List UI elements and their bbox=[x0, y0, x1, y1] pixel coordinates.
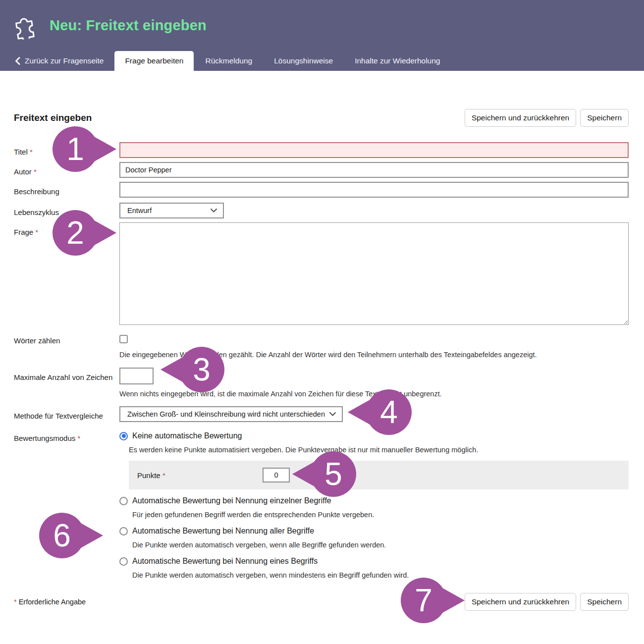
tab-inhalte-zur-wiederholung[interactable]: Inhalte zur Wiederholung bbox=[344, 51, 450, 71]
woerter-zaehlen-label: Wörter zählen bbox=[14, 331, 119, 360]
tab-bar: Zurück zur Fragenseite Frage bearbeiten … bbox=[0, 51, 644, 71]
woerter-zaehlen-help: Die eingegebenen Wörter werden gezählt. … bbox=[119, 350, 629, 360]
bewertungsmodus-label: Bewertungsmodus * bbox=[14, 431, 119, 580]
titel-input[interactable] bbox=[119, 142, 629, 158]
option-help: Es werden keine Punkte automatisiert ver… bbox=[129, 445, 629, 455]
woerter-zaehlen-checkbox[interactable] bbox=[119, 335, 128, 343]
option-help: Für jeden gefundenen Begriff werden die … bbox=[132, 510, 629, 520]
required-asterisk: * bbox=[34, 167, 37, 176]
app-header: Neu: Freitext eingeben bbox=[0, 0, 644, 51]
radio-option-nennung-einzelner-begriffe[interactable]: Automatische Bewertung bei Nennung einze… bbox=[119, 496, 629, 505]
methode-label: Methode für Textvergleiche bbox=[14, 406, 119, 422]
chevron-down-icon bbox=[211, 209, 217, 213]
required-asterisk: * bbox=[77, 434, 80, 442]
max-zeichen-label: Maximale Anzahl von Zeichen bbox=[14, 368, 119, 399]
save-and-return-button-bottom[interactable]: Speichern und zurückkehren bbox=[465, 593, 576, 611]
autor-input[interactable] bbox=[119, 162, 629, 178]
lebenszyklus-select[interactable]: Entwurf bbox=[119, 203, 224, 218]
radio-icon[interactable] bbox=[119, 557, 128, 566]
lebenszyklus-label: Lebenszyklus bbox=[14, 203, 119, 218]
beschreibung-label: Beschreibung bbox=[14, 182, 119, 198]
punkte-input[interactable] bbox=[263, 468, 290, 483]
chevron-down-icon bbox=[329, 412, 336, 416]
methode-select[interactable]: Zwischen Groß- und Kleinschreibung wird … bbox=[119, 406, 343, 422]
puzzle-piece-icon bbox=[11, 12, 39, 40]
save-button-bottom[interactable]: Speichern bbox=[580, 593, 629, 611]
back-link-label: Zurück zur Fragenseite bbox=[25, 56, 104, 65]
save-and-return-button-top[interactable]: Speichern und zurückkehren bbox=[465, 109, 576, 127]
required-note: * Erforderliche Angabe bbox=[14, 593, 86, 606]
frage-textarea[interactable] bbox=[119, 222, 629, 325]
back-to-question-page-link[interactable]: Zurück zur Fragenseite bbox=[0, 51, 114, 71]
radio-icon-selected[interactable] bbox=[119, 432, 128, 440]
methode-selected-value: Zwischen Groß- und Kleinschreibung wird … bbox=[127, 410, 325, 418]
required-asterisk: * bbox=[162, 471, 165, 480]
max-zeichen-help: Wenn nichts eingegeben wird, ist die max… bbox=[119, 389, 629, 399]
beschreibung-input[interactable] bbox=[119, 182, 629, 198]
punkte-subsection: Punkte * bbox=[129, 461, 629, 489]
tab-frage-bearbeiten[interactable]: Frage bearbeiten bbox=[114, 51, 194, 71]
tab-rueckmeldung[interactable]: Rückmeldung bbox=[195, 51, 263, 71]
radio-option-nennung-aller-begriffe[interactable]: Automatische Bewertung bei Nennung aller… bbox=[119, 527, 629, 536]
required-asterisk: * bbox=[30, 148, 33, 156]
frage-label: Frage * bbox=[14, 222, 119, 327]
save-button-top[interactable]: Speichern bbox=[580, 109, 629, 127]
page-title: Neu: Freitext eingeben bbox=[50, 17, 207, 34]
chevron-left-icon bbox=[15, 57, 20, 65]
option-help: Die Punkte werden automatisch vergeben, … bbox=[132, 570, 629, 580]
titel-label: Titel * bbox=[14, 142, 119, 158]
lebenszyklus-selected-value: Entwurf bbox=[127, 207, 152, 215]
form-area: Freitext eingeben Speichern und zurückke… bbox=[0, 109, 644, 611]
radio-icon[interactable] bbox=[119, 497, 128, 505]
max-zeichen-input[interactable] bbox=[119, 368, 154, 384]
radio-option-nennung-eines-begriffs[interactable]: Automatische Bewertung bei Nennung eines… bbox=[119, 557, 629, 566]
required-asterisk: * bbox=[35, 228, 38, 236]
tab-loesungshinweise[interactable]: Lösungshinweise bbox=[264, 51, 343, 71]
option-help: Die Punkte werden automatisch vergeben, … bbox=[132, 540, 629, 550]
radio-icon[interactable] bbox=[119, 527, 128, 536]
form-title: Freitext eingeben bbox=[14, 112, 92, 123]
radio-option-keine-automatische-bewertung[interactable]: Keine automatische Bewertung bbox=[119, 431, 629, 440]
punkte-label: Punkte * bbox=[137, 471, 263, 480]
required-asterisk: * bbox=[14, 598, 17, 606]
autor-label: Autor * bbox=[14, 162, 119, 178]
